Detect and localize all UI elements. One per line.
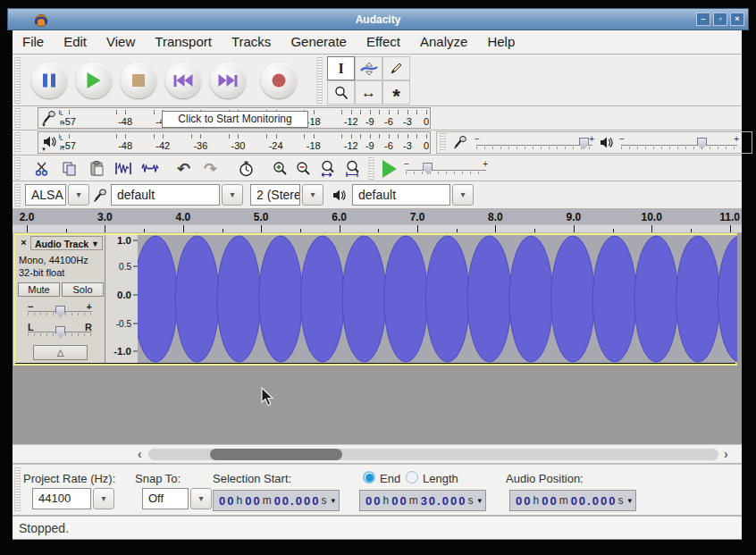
solo-button[interactable]: Solo (62, 282, 104, 297)
time-digits[interactable]: 00 (245, 494, 261, 508)
menu-item-file[interactable]: File (13, 30, 54, 49)
transport-grip[interactable] (14, 57, 21, 104)
time-unit[interactable]: m (409, 494, 418, 507)
track-area[interactable]: × Audio Track▼ Mono, 44100Hz 32-bit floa… (13, 233, 742, 444)
time-unit[interactable]: h (236, 494, 242, 507)
menu-item-view[interactable]: View (97, 30, 145, 49)
project-rate-select[interactable]: 44100 ▾ (32, 488, 114, 509)
envelope-tool-button[interactable] (355, 56, 382, 80)
play-at-speed-button[interactable] (377, 157, 401, 180)
selection-grip[interactable] (14, 467, 21, 512)
time-digits[interactable]: 00 (219, 494, 235, 508)
multi-tool-button[interactable]: * (382, 80, 410, 105)
undo-button[interactable]: ↶ (172, 157, 196, 180)
maximize-button[interactable]: ▫ (713, 13, 727, 26)
recording-volume-slider[interactable]: − + (476, 136, 592, 150)
tools-grip[interactable] (316, 57, 323, 104)
recording-channels-select[interactable]: 2 (Stere ▾ (250, 184, 323, 206)
track-pan-slider[interactable]: L R (26, 322, 94, 338)
stop-button[interactable] (121, 63, 156, 98)
audio-host-select[interactable]: ALSA ▾ (25, 184, 89, 206)
time-unit[interactable]: s (617, 494, 623, 507)
scrollbar-thumb[interactable] (210, 449, 342, 460)
mute-button[interactable]: Mute (18, 282, 60, 297)
time-unit[interactable]: m (559, 494, 568, 507)
time-unit[interactable]: m (263, 494, 272, 507)
minimize-button[interactable]: – (696, 13, 710, 26)
rewind-button[interactable] (165, 63, 201, 98)
menu-item-help[interactable]: Help (477, 30, 525, 49)
menu-item-edit[interactable]: Edit (54, 30, 97, 49)
fit-project-button[interactable] (341, 157, 365, 180)
zoom-tool-button[interactable] (327, 80, 355, 105)
end-radio[interactable] (363, 471, 375, 484)
timeshift-tool-button[interactable]: ↔ (355, 80, 382, 105)
play-button[interactable] (76, 63, 112, 98)
scrollbar-track[interactable] (148, 449, 718, 460)
sync-lock-button[interactable] (234, 157, 258, 180)
title-bar[interactable]: Audacity – ▫ × (7, 8, 749, 30)
playback-device-select[interactable]: default ▾ (352, 184, 474, 206)
menu-item-tracks[interactable]: Tracks (222, 30, 281, 49)
selection-tool-button[interactable]: I (327, 56, 355, 80)
redo-button[interactable]: ↷ (198, 157, 223, 180)
silence-button[interactable] (138, 157, 162, 180)
playback-meter-grip[interactable] (14, 132, 21, 154)
draw-tool-button[interactable] (382, 56, 410, 80)
scroll-right-arrow[interactable]: › (724, 447, 728, 461)
chevron-down-icon[interactable]: ▾ (627, 496, 632, 505)
recording-device-select[interactable]: default ▾ (111, 184, 243, 206)
mixer-grip[interactable] (440, 133, 446, 152)
time-digits[interactable]: 00 (542, 494, 558, 508)
chevron-down-icon[interactable]: ▾ (222, 184, 243, 206)
chevron-down-icon[interactable]: ▾ (68, 184, 89, 206)
menu-item-analyze[interactable]: Analyze (410, 30, 477, 49)
time-unit[interactable]: s (321, 494, 326, 507)
time-unit[interactable]: h (382, 494, 389, 507)
time-digits[interactable]: 00.000 (571, 494, 617, 508)
selection-start-time[interactable]: 00h00m00.000s▾ (213, 490, 340, 511)
waveform-display[interactable] (138, 235, 737, 363)
playback-volume-slider[interactable]: − + (621, 136, 737, 150)
device-grip[interactable] (14, 184, 21, 206)
monitoring-tooltip[interactable]: Click to Start Monitoring (162, 111, 308, 128)
time-digits[interactable]: 30.000 (421, 494, 467, 508)
copy-button[interactable] (57, 157, 81, 180)
track-close-button[interactable]: × (18, 236, 29, 249)
playback-meter[interactable]: ▼ L R -57-48-42-36-30-24-18-12-9-6-30 (38, 131, 431, 154)
time-digits[interactable]: 00.000 (274, 494, 321, 508)
chevron-down-icon[interactable]: ▾ (477, 496, 482, 505)
pan-thumb[interactable] (55, 326, 65, 338)
edit-grip[interactable] (14, 157, 21, 180)
time-digits[interactable]: 00 (391, 494, 407, 508)
track-collapse-button[interactable]: △ (33, 345, 88, 360)
fast-forward-button[interactable] (210, 63, 246, 98)
time-unit[interactable]: s (467, 494, 473, 507)
menu-item-generate[interactable]: Generate (281, 30, 357, 49)
snap-to-select[interactable]: Off ▾ (142, 488, 212, 509)
fit-selection-button[interactable] (316, 157, 340, 180)
timeline-ruler[interactable]: 2.03.04.05.06.07.08.09.010.011.0 (13, 209, 742, 233)
menu-item-effect[interactable]: Effect (357, 30, 410, 49)
chevron-down-icon[interactable]: ▾ (302, 184, 323, 206)
chevron-down-icon[interactable]: ▾ (331, 496, 335, 505)
track-gain-slider[interactable]: − + (26, 301, 94, 317)
record-button[interactable] (261, 63, 297, 98)
cut-button[interactable] (30, 157, 55, 180)
zoom-out-button[interactable] (291, 157, 315, 180)
zoom-in-button[interactable] (268, 157, 292, 180)
length-radio[interactable] (406, 471, 418, 484)
audio-track[interactable]: × Audio Track▼ Mono, 44100Hz 32-bit floa… (13, 233, 737, 366)
close-button[interactable]: × (730, 13, 744, 26)
chevron-down-icon[interactable]: ▾ (93, 488, 114, 509)
pause-button[interactable] (31, 63, 67, 98)
trim-button[interactable] (111, 157, 135, 180)
track-name-menu[interactable]: Audio Track▼ (30, 236, 103, 250)
time-unit[interactable]: h (533, 494, 539, 507)
time-digits[interactable]: 00 (516, 494, 532, 508)
time-digits[interactable]: 00 (365, 494, 382, 508)
play-speed-slider[interactable]: − + (406, 161, 486, 175)
audio-position-time[interactable]: 00h00m00.000s▾ (509, 490, 636, 511)
chevron-down-icon[interactable]: ▾ (190, 488, 212, 509)
selection-end-time[interactable]: 00h00m30.000s▾ (359, 490, 486, 511)
